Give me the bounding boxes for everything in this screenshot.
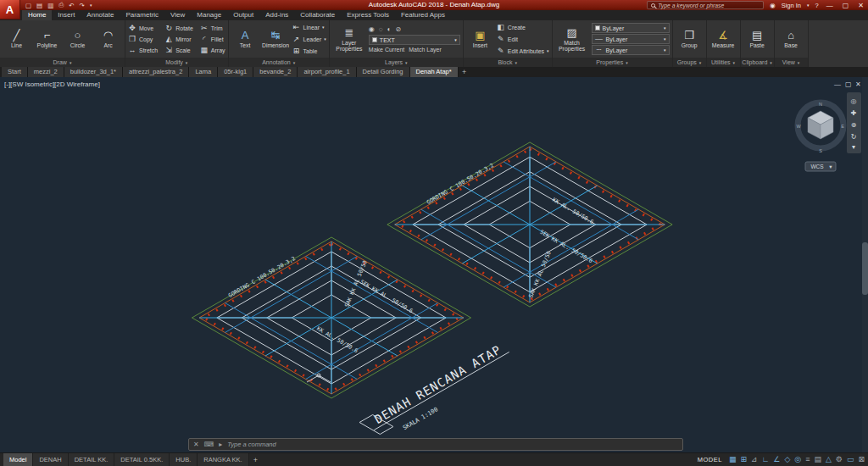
- polar-tracking-icon[interactable]: ∠: [773, 456, 780, 463]
- object-snap-icon[interactable]: ◎: [794, 456, 801, 463]
- ribbon-tab-home[interactable]: Home: [22, 10, 52, 20]
- ribbon-tab-express-tools[interactable]: Express Tools: [341, 10, 395, 20]
- drawing-title-text[interactable]: DENAH RENCANA ATAP: [372, 342, 504, 426]
- file-tab[interactable]: mezzi_2: [28, 67, 64, 77]
- paste-button[interactable]: ▤ Paste: [743, 21, 771, 57]
- workspace-icon[interactable]: ⚙: [836, 456, 843, 463]
- drawing-svg[interactable]: [-][SW Isometric][2D Wireframe] — ▢ ✕: [0, 77, 868, 452]
- doc-restore-button[interactable]: ▢: [845, 80, 852, 88]
- viewport-controls[interactable]: [-][SW Isometric][2D Wireframe]: [4, 80, 100, 88]
- new-layout-button[interactable]: +: [249, 453, 262, 466]
- signin-dropdown-icon[interactable]: ▾: [807, 3, 810, 8]
- annotation-visibility-icon[interactable]: △: [826, 456, 832, 463]
- match-layer-button[interactable]: Match Layer: [409, 47, 442, 53]
- create-block-button[interactable]: ◧Create: [497, 22, 549, 33]
- mirror-button[interactable]: ◭Mirror: [164, 34, 193, 45]
- compass-north-label[interactable]: N: [819, 102, 822, 107]
- panel-label-clipboard[interactable]: Clipboard ▾: [741, 58, 774, 67]
- circle-button[interactable]: ○ Circle: [64, 21, 92, 57]
- compass-west-label[interactable]: W: [796, 124, 801, 129]
- array-button[interactable]: ▦Array: [200, 45, 225, 56]
- leader-button[interactable]: ↗Leader▾: [292, 34, 326, 45]
- file-tab[interactable]: bulldozer_3d_1*: [64, 67, 123, 77]
- color-dropdown[interactable]: ByLayer ▾: [592, 23, 670, 33]
- pan-icon[interactable]: ✚: [851, 109, 857, 117]
- navbar-more-icon[interactable]: ▾: [852, 143, 855, 151]
- command-input[interactable]: Type a command: [227, 441, 275, 448]
- transparency-icon[interactable]: ▤: [814, 456, 821, 463]
- move-button[interactable]: ✥Move: [128, 23, 158, 34]
- orbit-icon[interactable]: ↻: [851, 133, 857, 141]
- snap-mode-icon[interactable]: ⊞: [740, 456, 747, 463]
- compass-east-label[interactable]: E: [841, 124, 844, 129]
- doc-close-button[interactable]: ✕: [855, 80, 861, 88]
- file-tab[interactable]: Lama: [189, 67, 218, 77]
- roof-plan-2[interactable]: [387, 142, 672, 307]
- layout-tab-detail-kk[interactable]: DETAIL KK.: [69, 453, 115, 466]
- plot-icon[interactable]: ⎙: [58, 1, 64, 9]
- make-current-button[interactable]: Make Current: [369, 47, 404, 53]
- panel-label-modify[interactable]: Modify ▾: [125, 58, 228, 67]
- panel-label-groups[interactable]: Groups ▾: [673, 58, 706, 67]
- steering-wheel-icon[interactable]: ◎: [851, 97, 857, 105]
- command-line[interactable]: ✕ ⌨ ▸ Type a command: [188, 438, 683, 451]
- ribbon-tab-output[interactable]: Output: [227, 10, 259, 20]
- doc-minimize-button[interactable]: —: [834, 80, 841, 88]
- group-button[interactable]: ❒ Group: [676, 21, 704, 57]
- model-space-canvas[interactable]: [-][SW Isometric][2D Wireframe] — ▢ ✕: [0, 77, 868, 452]
- panel-label-view[interactable]: View ▾: [775, 58, 808, 67]
- help-icon[interactable]: ?: [815, 2, 819, 9]
- customize-keyboard-icon[interactable]: ⌨: [204, 441, 214, 448]
- layer-isolate-icon[interactable]: ⊘: [395, 25, 401, 33]
- file-tab[interactable]: Detail Gording: [357, 67, 410, 77]
- save-icon[interactable]: ▥: [47, 2, 53, 9]
- line-button[interactable]: ╱ Line: [3, 21, 31, 57]
- lineweight-icon[interactable]: ≡: [805, 456, 810, 463]
- polyline-button[interactable]: ⌐ Polyline: [33, 21, 61, 57]
- edit-attributes-button[interactable]: ✎Edit Attributes▾: [497, 46, 549, 57]
- file-tab[interactable]: airport_profile_1: [298, 67, 356, 77]
- layer-properties-button[interactable]: ≣ Layer Properties: [332, 21, 366, 57]
- wcs-control[interactable]: WCS ▾: [805, 162, 836, 171]
- minimize-button[interactable]: —: [825, 2, 835, 9]
- label-gording-2[interactable]: GORDING C 100.50.20.3,2: [426, 162, 495, 206]
- trim-button[interactable]: ✂Trim: [200, 23, 225, 34]
- file-tab[interactable]: bevande_2: [253, 67, 298, 77]
- new-drawing-tab-button[interactable]: +: [459, 67, 470, 77]
- layer-on-icon[interactable]: ◉: [369, 25, 375, 33]
- table-button[interactable]: ⊞Table: [292, 46, 326, 57]
- file-tab-active[interactable]: Denah Atap*: [410, 67, 459, 77]
- search-input[interactable]: Type a keyword or phrase: [658, 3, 724, 8]
- fillet-button[interactable]: ◜Fillet: [200, 34, 225, 45]
- rotate-button[interactable]: ↻Rotate: [164, 23, 193, 34]
- lineweight-dropdown[interactable]: — ByLayer ▾: [592, 34, 670, 44]
- compass-south-label[interactable]: S: [819, 148, 822, 153]
- redo-icon[interactable]: ↷: [80, 2, 85, 9]
- ribbon-tab-addins[interactable]: Add-ins: [259, 10, 294, 20]
- ribbon-tab-view[interactable]: View: [164, 10, 191, 20]
- linear-button[interactable]: ⇤Linear▾: [292, 22, 326, 33]
- arc-button[interactable]: ◠ Arc: [94, 21, 122, 57]
- iso-draft-icon[interactable]: ◇: [784, 456, 790, 463]
- annotation-monitor-icon[interactable]: ▭: [847, 456, 854, 463]
- base-button[interactable]: ⌂ Base: [777, 21, 805, 57]
- qat-dropdown-icon[interactable]: ▾: [90, 3, 92, 8]
- text-button[interactable]: A Text: [231, 21, 259, 57]
- ribbon-tab-manage[interactable]: Manage: [191, 10, 227, 20]
- layout-tab-hub[interactable]: HUB.: [170, 453, 198, 466]
- ribbon-tab-annotate[interactable]: Annotate: [81, 10, 120, 20]
- layout-tab-detail-05kk[interactable]: DETAIL 0.5KK.: [114, 453, 170, 466]
- edit-block-button[interactable]: ✎Edit: [497, 34, 549, 45]
- ribbon-tab-parametric[interactable]: Parametric: [120, 10, 164, 20]
- drawing-scale-label[interactable]: SKALA 1:100: [402, 406, 439, 431]
- insert-button[interactable]: ▣ Insert: [466, 21, 494, 57]
- signin-button[interactable]: Sign In: [782, 2, 801, 9]
- undo-icon[interactable]: ↶: [69, 2, 74, 9]
- ribbon-tab-insert[interactable]: Insert: [52, 10, 81, 20]
- layout-tab-model[interactable]: Model: [3, 453, 33, 466]
- panel-label-draw[interactable]: Draw ▾: [0, 58, 125, 67]
- open-file-icon[interactable]: ▤: [36, 2, 42, 9]
- layer-lock-icon[interactable]: ◐: [387, 25, 392, 33]
- panel-label-annotation[interactable]: Annotation ▾: [229, 58, 329, 67]
- ortho-icon[interactable]: ∟: [761, 456, 769, 463]
